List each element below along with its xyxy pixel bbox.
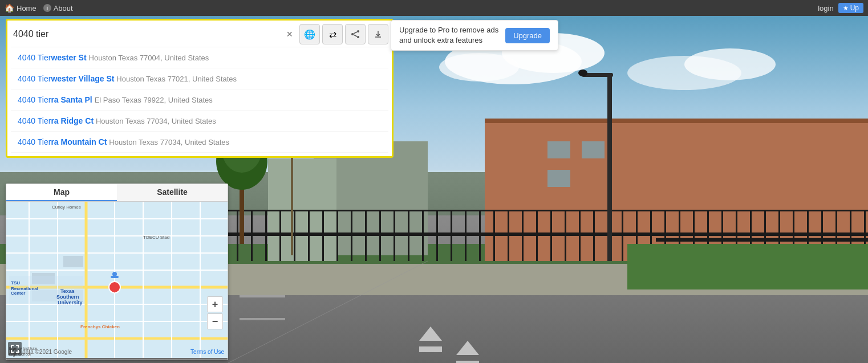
svg-rect-38 — [508, 210, 509, 261]
search-input-row: × 🌐 ⇄ — [11, 24, 388, 44]
download-button[interactable] — [368, 24, 388, 44]
map-tab-map[interactable]: Map — [6, 184, 117, 201]
svg-text:TSU: TSU — [11, 280, 20, 285]
map-overlay: Map Satellite — [6, 183, 228, 360]
svg-rect-64 — [656, 238, 868, 242]
suggestion-address-2: Houston Texas 77021, United States — [116, 75, 237, 83]
svg-text:Curley Homes: Curley Homes — [52, 205, 81, 210]
svg-rect-46 — [622, 210, 623, 261]
svg-rect-24 — [308, 210, 310, 261]
suggestion-address-1: Houston Texas 77004, United States — [89, 54, 209, 62]
svg-line-86 — [354, 32, 357, 34]
random-button[interactable]: ⇄ — [322, 24, 343, 44]
suggestion-match-2: wester Village St — [51, 74, 114, 83]
zoom-out-button[interactable]: − — [207, 313, 223, 329]
svg-point-5 — [684, 48, 776, 80]
svg-rect-29 — [379, 210, 381, 261]
svg-point-111 — [112, 272, 117, 276]
svg-rect-39 — [522, 210, 524, 261]
svg-rect-33 — [436, 210, 438, 261]
svg-rect-32 — [422, 210, 424, 261]
upgrade-banner: Upgrade to Pro to remove ads and unlock … — [391, 20, 558, 51]
suggestion-address-5: Houston Texas 77034, United States — [109, 138, 229, 146]
svg-rect-23 — [294, 210, 295, 261]
expand-map-button[interactable] — [8, 342, 22, 356]
svg-rect-36 — [479, 210, 481, 261]
clear-button[interactable]: × — [282, 27, 297, 42]
svg-rect-35 — [465, 210, 467, 261]
svg-rect-28 — [365, 210, 367, 261]
suggestion-item-4[interactable]: 4040 Tierra Ridge Ct Houston Texas 77034… — [11, 111, 388, 132]
upgrade-line2: and unlock extra features — [399, 35, 498, 46]
svg-text:Southern: Southern — [56, 294, 79, 300]
svg-rect-80 — [627, 244, 868, 289]
suggestion-bold-3: 4040 Tier — [18, 95, 51, 104]
svg-rect-12 — [582, 141, 605, 158]
svg-marker-79 — [456, 361, 479, 363]
svg-marker-77 — [419, 346, 442, 352]
suggestion-address-4: Houston Texas 77034, United States — [96, 117, 216, 125]
map-tabs: Map Satellite — [6, 184, 228, 202]
suggestions-list: 4040 Tierwester St Houston Texas 77004, … — [11, 47, 388, 153]
upgrade-button[interactable]: Upgrade — [505, 28, 550, 43]
svg-point-3 — [439, 53, 519, 81]
svg-line-87 — [354, 35, 357, 36]
navbar-left: 🏠 Home i About — [5, 3, 73, 13]
upgrade-text: Upgrade to Pro to remove ads and unlock … — [399, 25, 498, 46]
upgrade-nav-button[interactable]: ★ Up — [838, 3, 863, 13]
suggestion-item-5[interactable]: 4040 Tierra Mountain Ct Houston Texas 77… — [11, 132, 388, 153]
about-label: About — [54, 4, 73, 13]
svg-rect-20 — [251, 210, 253, 261]
suggestion-match-4: ra Ridge Ct — [51, 116, 94, 125]
svg-text:TDECU Stad: TDECU Stad — [143, 235, 169, 240]
svg-text:Frenchys Chicken: Frenchys Chicken — [80, 324, 120, 329]
star-icon: ★ — [843, 5, 849, 12]
info-icon: i — [43, 4, 51, 12]
suggestion-item-2[interactable]: 4040 Tierwester Village St Houston Texas… — [11, 68, 388, 89]
svg-rect-34 — [451, 210, 452, 261]
svg-rect-21 — [265, 210, 267, 261]
svg-rect-66 — [607, 73, 612, 261]
svg-rect-11 — [547, 141, 570, 158]
svg-text:Texas: Texas — [60, 288, 75, 294]
svg-rect-105 — [63, 256, 83, 267]
svg-rect-30 — [394, 210, 395, 261]
suggestion-address-3: El Paso Texas 79922, United States — [95, 96, 213, 104]
home-nav-item[interactable]: 🏠 Home — [5, 3, 36, 13]
svg-point-68 — [578, 70, 587, 76]
svg-rect-40 — [536, 210, 538, 261]
home-label: Home — [17, 4, 36, 13]
svg-point-84 — [351, 33, 354, 35]
map-canvas[interactable]: TSU Recreational Center Texas Southern U… — [6, 202, 228, 358]
svg-rect-81 — [240, 295, 285, 297]
globe-button[interactable]: 🌐 — [299, 24, 320, 44]
suggestion-item-3[interactable]: 4040 Tierra Santa Pl El Paso Texas 79922… — [11, 89, 388, 111]
svg-rect-19 — [237, 210, 238, 261]
suggestion-bold-2: 4040 Tier — [18, 74, 51, 83]
svg-rect-10 — [485, 119, 868, 123]
search-overlay: × 🌐 ⇄ 4040 Tierwester St Houston Texas 7… — [6, 19, 394, 158]
about-nav-item[interactable]: i About — [43, 4, 73, 13]
map-tab-satellite[interactable]: Satellite — [117, 184, 228, 201]
svg-rect-26 — [336, 210, 338, 261]
navbar: 🏠 Home i About login ★ Up — [0, 0, 868, 16]
search-input[interactable] — [11, 28, 279, 40]
svg-rect-16 — [222, 233, 868, 236]
map-controls: + − — [207, 296, 223, 329]
svg-rect-13 — [547, 170, 570, 187]
suggestion-item-1[interactable]: 4040 Tierwester St Houston Texas 77004, … — [11, 47, 388, 68]
svg-rect-31 — [408, 210, 409, 261]
svg-text:University: University — [58, 300, 83, 305]
suggestion-bold-1: 4040 Tier — [18, 53, 51, 62]
zoom-in-button[interactable]: + — [207, 296, 223, 312]
share-button[interactable] — [345, 24, 366, 44]
home-icon: 🏠 — [5, 3, 14, 13]
svg-rect-82 — [240, 318, 285, 320]
map-terms-link[interactable]: Terms of Use — [190, 349, 224, 355]
suggestion-match-3: ra Santa Pl — [51, 95, 92, 104]
login-button[interactable]: login — [818, 4, 833, 13]
search-box: × 🌐 ⇄ 4040 Tierwester St Houston Texas 7… — [6, 19, 394, 158]
svg-point-83 — [357, 30, 359, 32]
svg-text:Center: Center — [11, 291, 25, 296]
navbar-right: login ★ Up — [818, 3, 863, 13]
